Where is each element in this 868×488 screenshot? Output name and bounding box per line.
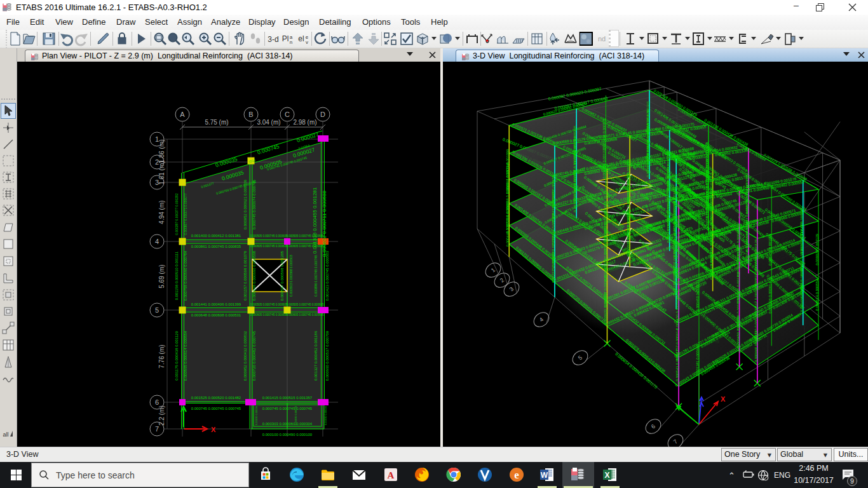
svg-text:0.000622 0.000711 0.000688: 0.000622 0.000711 0.000688	[322, 190, 327, 257]
svg-text:4: 4	[155, 238, 159, 245]
svg-text:0.001525 0.000520 0.001482: 0.001525 0.000520 0.001482	[191, 396, 241, 400]
svg-text:0.000517 0.000455: 0.000517 0.000455	[705, 198, 709, 229]
svg-text:0.000605 0.000745 0.000605: 0.000605 0.000745 0.000605	[250, 313, 288, 316]
svg-text:n: n	[290, 39, 292, 45]
svg-text:0.001327 0.000452 0.001186: 0.001327 0.000452 0.001186	[314, 330, 318, 381]
svg-text:7: 7	[672, 438, 679, 445]
svg-text:0.000035: 0.000035	[215, 156, 238, 168]
svg-text:A: A	[180, 111, 185, 118]
svg-text:1: 1	[155, 135, 159, 143]
svg-text:0.001175 0.000438 0.001129: 0.001175 0.000438 0.001129	[175, 331, 179, 381]
svg-text:0.000688 0.001129: 0.000688 0.001129	[754, 239, 758, 271]
svg-text:0.001157 0.000568 0.001078: 0.001157 0.000568 0.001078	[243, 250, 247, 301]
svg-text:0.001129 0.000660: 0.001129 0.000660	[705, 142, 709, 174]
svg-text:D: D	[320, 111, 325, 118]
svg-text:0.000543 0.000517: 0.000543 0.000517	[675, 349, 679, 381]
svg-text:0.000605 0.000745 0.000605: 0.000605 0.000745 0.000605	[287, 313, 324, 316]
svg-text:0.001336 0.000455 0.001281: 0.001336 0.000455 0.001281	[312, 187, 318, 254]
svg-text:0.000745 0.000674 0.000745: 0.000745 0.000674 0.000745	[252, 179, 256, 229]
svg-text:0.000027: 0.000027	[296, 131, 320, 144]
svg-text:0.000397 0.000377 0.000282: 0.000397 0.000377 0.000282	[175, 193, 179, 235]
svg-text:0.000688 0.000905: 0.000688 0.000905	[506, 182, 510, 214]
svg-text:0.000482 0.001227: 0.000482 0.001227	[604, 249, 608, 281]
svg-text:0.000568 0.000832: 0.000568 0.000832	[800, 244, 804, 276]
svg-text:0.000758 0.000560 0.000784: 0.000758 0.000560 0.000784	[184, 250, 187, 301]
svg-text:0.000745 0.000745 0.000745: 0.000745 0.000745 0.000745	[262, 407, 313, 410]
svg-text:0.000952 0.000455: 0.000952 0.000455	[573, 126, 577, 158]
svg-text:0.001227 0.001227: 0.001227 0.001227	[745, 201, 749, 233]
svg-text:0.000027 0.001408: 0.000027 0.001408	[627, 225, 630, 257]
svg-text:X: X	[211, 426, 216, 433]
svg-text:0.000568 0.001129: 0.000568 0.001129	[673, 188, 677, 220]
svg-text:0.000035 0.001311: 0.000035 0.001311	[646, 101, 650, 133]
svg-text:C: C	[285, 111, 290, 118]
svg-text:0.000432 0.000905: 0.000432 0.000905	[604, 205, 608, 237]
svg-text:0.000438 0.000688: 0.000438 0.000688	[627, 192, 630, 224]
svg-text:7.76 (m): 7.76 (m)	[158, 344, 165, 368]
svg-text:0.001078 0.001078: 0.001078 0.001078	[710, 179, 714, 211]
svg-text:6: 6	[155, 398, 159, 406]
svg-text:nd: nd	[598, 35, 606, 43]
svg-text:0.000605 0.000745 0.000605: 0.000605 0.000745 0.000605	[250, 245, 288, 248]
svg-text:4.94 (m): 4.94 (m)	[158, 200, 165, 224]
svg-text:0.000438 0.000832: 0.000438 0.000832	[667, 180, 670, 212]
svg-text:0.000961 0.000832: 0.000961 0.000832	[710, 214, 714, 245]
svg-text:4: 4	[538, 316, 545, 323]
svg-text:0.000605 0.000745 0.000605: 0.000605 0.000745 0.000605	[287, 245, 324, 248]
svg-text:0.000614 0.001408: 0.000614 0.001408	[552, 213, 555, 245]
svg-text:0.000303 0.000060 0.000304: 0.000303 0.000060 0.000304	[262, 422, 313, 426]
svg-text:0.000622 0.000517: 0.000622 0.000517	[745, 170, 749, 202]
svg-text:0.000505 0.000745 0.000605: 0.000505 0.000745 0.000605	[250, 303, 288, 306]
svg-text:0.000622 0.000568: 0.000622 0.000568	[604, 293, 608, 325]
svg-text:0.00030 0.00006: 0.00030 0.00006	[294, 405, 297, 425]
svg-text:5.69 (m): 5.69 (m)	[158, 264, 165, 288]
svg-text:0.001336 0.000711: 0.001336 0.000711	[673, 264, 677, 295]
svg-text:0.001423 0.000745 0.000503: 0.001423 0.000745 0.000503	[325, 250, 329, 301]
svg-text:0.000505 0.000745 0.000605: 0.000505 0.000745 0.000605	[287, 234, 324, 238]
svg-text:0.000597 0.000568 0.001205: 0.000597 0.000568 0.001205	[280, 250, 284, 301]
svg-text:e: e	[514, 469, 519, 481]
svg-text:2.98 (m): 2.98 (m)	[293, 119, 316, 126]
svg-text:1.61 (m): 1.61 (m)	[158, 161, 165, 184]
svg-text:1.86 (m): 1.86 (m)	[158, 139, 165, 163]
svg-text:0.000450 0.000482: 0.000450 0.000482	[675, 298, 679, 330]
svg-text:0.000027 0.001129: 0.000027 0.001129	[815, 234, 819, 266]
svg-text:0.000614 0.000554: 0.000614 0.000554	[815, 278, 819, 311]
svg-text:0.000505 0.000745 0.000605: 0.000505 0.000745 0.000605	[250, 234, 288, 238]
svg-text:0.000688 0.000952: 0.000688 0.000952	[800, 280, 804, 312]
svg-text:0.000896 0.000745 0.000745: 0.000896 0.000745 0.000745	[314, 255, 318, 297]
svg-text:Pl: Pl	[282, 34, 289, 43]
svg-text:0.001415 0.000515 0.001357: 0.001415 0.000515 0.001357	[262, 396, 313, 400]
svg-text:3-d: 3-d	[268, 35, 278, 44]
svg-text:0.000100 0.000490 0.000100: 0.000100 0.000490 0.000100	[262, 433, 313, 437]
svg-text:el: el	[298, 34, 304, 43]
svg-text:0.000952 0.000432 0.000832: 0.000952 0.000432 0.000832	[243, 330, 247, 381]
svg-text:0.000648 0.000608 0.000531: 0.000648 0.000608 0.000531	[191, 313, 241, 317]
svg-text:0.000571 0.001099: 0.000571 0.001099	[506, 149, 510, 181]
svg-text:0.000607 0.000071 0.000077: 0.000607 0.000071 0.000077	[184, 193, 187, 235]
svg-text:0.001175 0.000622: 0.001175 0.000622	[552, 251, 555, 283]
svg-text:0.000450 0.001336: 0.000450 0.001336	[736, 316, 740, 348]
svg-text:0.000952 0.000621 0.000806: 0.000952 0.000621 0.000806	[243, 179, 247, 229]
svg-text:X: X	[721, 395, 726, 403]
svg-text:0.000603 0.001336: 0.000603 0.001336	[667, 151, 670, 182]
svg-text:X: X	[604, 471, 609, 480]
svg-text:2: 2	[499, 277, 505, 284]
svg-text:2: 2	[155, 158, 159, 166]
svg-text:0.000517 0.001078: 0.000517 0.001078	[754, 285, 758, 316]
svg-text:0.000455 0.001311: 0.000455 0.001311	[736, 272, 740, 304]
svg-text:0.000568 0.000660 0.000568: 0.000568 0.000660 0.000568	[252, 250, 256, 301]
svg-text:0.001336 0.000614: 0.001336 0.000614	[768, 281, 772, 314]
svg-text:3: 3	[155, 179, 159, 186]
svg-text:0.000543 0.000432: 0.000543 0.000432	[710, 248, 714, 280]
svg-text:6: 6	[650, 423, 656, 430]
svg-text:0.000745 0.000745 0.000745: 0.000745 0.000745 0.000745	[191, 407, 241, 410]
svg-text:0.000450 0.000450: 0.000450 0.000450	[667, 211, 670, 243]
svg-text:3.04 (m): 3.04 (m)	[257, 119, 280, 126]
svg-text:0.000517 0.000448: 0.000517 0.000448	[800, 208, 804, 240]
svg-text:0.001441 0.000406 0.001399: 0.001441 0.000406 0.001399	[191, 302, 241, 306]
svg-text:0.000432 0.000450: 0.000432 0.000450	[552, 175, 555, 207]
svg-text:0.000565 0.000614 0.000554: 0.000565 0.000614 0.000554	[184, 330, 187, 381]
svg-text:0.000745 0.000660: 0.000745 0.000660	[745, 233, 749, 264]
svg-text:0.000660 0.000537 0.000709: 0.000660 0.000537 0.000709	[325, 330, 329, 381]
